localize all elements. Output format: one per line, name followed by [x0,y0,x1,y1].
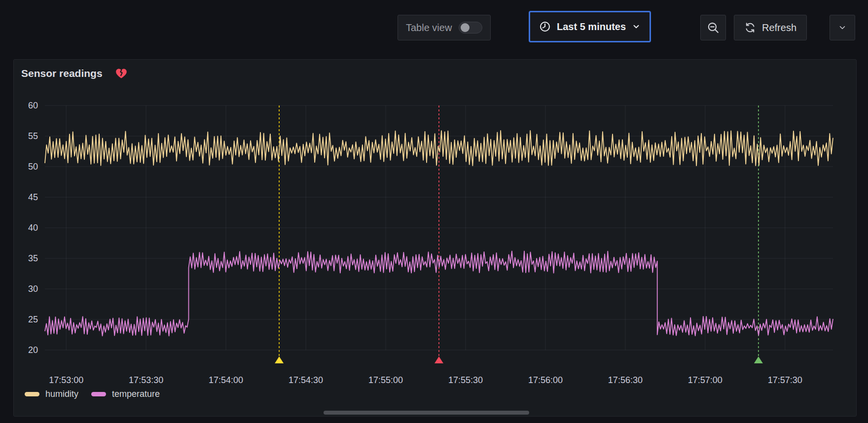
refresh-interval-dropdown-button[interactable] [830,15,855,40]
chevron-down-icon [838,23,847,32]
x-axis-tick-label: 17:57:30 [768,375,802,385]
time-series-chart[interactable]: 20253035404550556017:53:0017:53:3017:54:… [14,60,856,416]
y-axis-tick-label: 20 [28,345,38,355]
table-view-label: Table view [406,22,452,34]
annotation-marker [434,356,443,363]
humidity-series-label: humidity [45,389,78,399]
x-axis-tick-label: 17:53:00 [49,375,83,385]
legend-item-temperature[interactable]: temperature [91,389,160,399]
refresh-button[interactable]: Refresh [734,15,807,40]
table-view-toggle[interactable] [459,22,482,34]
y-axis-tick-label: 30 [28,284,38,294]
clock-icon [539,21,551,33]
annotation-marker [275,356,284,363]
legend-item-humidity[interactable]: humidity [25,389,78,399]
x-axis-tick-label: 17:56:00 [528,375,563,385]
annotation-marker [754,356,763,363]
y-axis-tick-label: 35 [28,253,38,263]
x-axis-tick-label: 17:55:00 [368,375,403,385]
refresh-label: Refresh [762,22,796,34]
time-range-picker-button[interactable]: Last 5 minutes [529,11,651,42]
x-axis-tick-label: 17:54:30 [289,375,323,385]
y-axis-tick-label: 45 [28,192,38,202]
x-axis-tick-label: 17:56:30 [608,375,643,385]
table-view-group: Table view [398,15,491,40]
toggle-knob [461,23,470,32]
chart-legend: humidity temperature [25,389,160,399]
time-range-label: Last 5 minutes [557,21,626,33]
temperature-series-swatch [91,392,106,396]
chevron-down-icon [632,22,641,31]
zoom-out-time-button[interactable] [700,15,726,40]
y-axis-tick-label: 25 [28,315,38,324]
x-axis-tick-label: 17:55:30 [448,375,483,385]
temperature-series-label: temperature [112,389,160,399]
x-axis-tick-label: 17:57:00 [688,375,723,385]
x-axis-tick-label: 17:54:00 [209,375,243,385]
x-axis-tick-label: 17:53:30 [129,375,163,385]
sensor-readings-panel: Sensor readings 20253035404550556017:53:… [13,59,857,417]
y-axis-tick-label: 40 [28,223,38,233]
zoom-out-icon [707,21,720,34]
y-axis-tick-label: 60 [28,101,38,110]
y-axis-tick-label: 50 [28,162,38,172]
dashboard-toolbar: Table view Last 5 minutes Refresh [0,0,868,51]
refresh-icon [744,22,756,34]
humidity-series-swatch [25,392,39,396]
horizontal-scrollbar-thumb[interactable] [324,411,529,415]
y-axis-tick-label: 55 [28,131,38,141]
